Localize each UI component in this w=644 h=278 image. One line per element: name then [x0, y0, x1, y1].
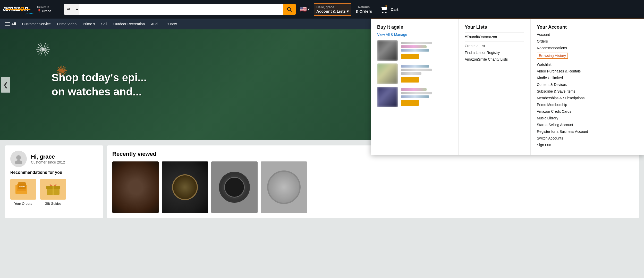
svg-text:amaz: amaz [19, 185, 25, 187]
logo-arrow-decoration [6, 9, 30, 10]
nav-item-outdoor-recreation[interactable]: Outdoor Recreation [110, 19, 148, 29]
hero-prev-button[interactable]: ❮ [1, 77, 10, 93]
svg-point-20 [15, 160, 22, 164]
cart-icon: 3 [378, 4, 389, 15]
buy-again-title: Buy it again [377, 24, 452, 30]
buy-item-2-details [401, 65, 452, 83]
orders-illustration: amaz [14, 182, 32, 197]
your-lists-title: Your Lists [465, 24, 524, 30]
account-arrow-icon: ▾ [347, 9, 349, 14]
rec-item-gift-guides[interactable]: Gift Guides [40, 179, 66, 206]
start-selling-link[interactable]: Start a Selling Account [537, 123, 638, 127]
returns-orders-button[interactable]: Returns & Orders [353, 4, 374, 15]
amazonsmile-link[interactable]: AmazonSmile Charity Lists [465, 57, 524, 61]
recently-viewed-items [112, 161, 634, 213]
search-category-select[interactable]: All [64, 4, 79, 15]
hamburger-icon [5, 22, 10, 26]
create-list-link[interactable]: Create a List [465, 44, 524, 48]
browsing-history-link[interactable]: Browsing History [537, 53, 568, 59]
returns-line2: & Orders [355, 9, 372, 13]
recently-viewed-item-2[interactable] [162, 161, 208, 213]
find-list-link[interactable]: Find a List or Registry [465, 51, 524, 55]
nav-item-all[interactable]: All [2, 19, 19, 29]
sign-out-link[interactable]: Sign Out [537, 143, 638, 147]
nav-all-label: All [11, 22, 16, 26]
nav-item-customer-service[interactable]: Customer Service [19, 19, 54, 29]
user-greeting-text: Hi, grace [31, 153, 65, 160]
search-button[interactable] [283, 4, 296, 15]
flag-icon: 🇺🇸 [300, 6, 307, 13]
buy-item-3-image [377, 87, 398, 107]
rec-title: Recommendations for you [10, 170, 98, 175]
flag-arrow: ▾ [308, 7, 310, 11]
buy-again-item-1[interactable] [377, 40, 452, 61]
nav-item-snow[interactable]: s now [164, 19, 180, 29]
search-bar: All [64, 4, 296, 15]
orders-link[interactable]: Orders [537, 39, 638, 43]
starburst-decoration-1 [36, 42, 50, 56]
avatar-icon [13, 154, 24, 164]
recently-viewed-item-4[interactable] [261, 161, 307, 213]
cart-button[interactable]: 3 Cart [376, 2, 400, 17]
prime-membership-link[interactable]: Prime Membership [537, 103, 638, 107]
deliver-location: 📍 Grace [37, 9, 61, 13]
recommendations-link[interactable]: Recommendations [537, 46, 638, 50]
your-account-title: Your Account [537, 24, 638, 30]
user-since-text: Customer since 2012 [31, 160, 65, 164]
recently-viewed-section: Recently viewed [107, 145, 639, 218]
recently-viewed-item-3[interactable] [211, 161, 258, 213]
rec-item-orders[interactable]: amaz Your Orders [10, 179, 36, 206]
buy-item-2-price [401, 77, 419, 83]
your-lists-column: Your Lists #FoundItOnAmazon Create a Lis… [459, 19, 531, 155]
buy-item-1-price [401, 54, 419, 59]
buy-item-2-image [377, 63, 398, 84]
prime-label: prime [26, 12, 33, 15]
search-input[interactable] [79, 4, 283, 15]
buy-again-column: Buy it again View All & Manage [371, 19, 459, 155]
content-devices-link[interactable]: Content & Devices [537, 83, 638, 87]
rec-item-gift-guides-label: Gift Guides [45, 202, 61, 206]
starburst-decoration-2 [57, 66, 67, 76]
hero-text: Shop today's epi... on watches and... [0, 71, 147, 99]
view-all-manage-link[interactable]: View All & Manage [377, 32, 452, 37]
returns-line1: Returns [355, 5, 372, 9]
svg-point-19 [16, 155, 21, 160]
lists-divider-2 [465, 42, 524, 42]
buy-again-item-3[interactable] [377, 87, 452, 107]
your-account-column: Your Account Account Orders Recommendati… [531, 19, 644, 155]
rec-item-orders-image: amaz [10, 179, 36, 200]
deliver-to[interactable]: Deliver to 📍 Grace [36, 4, 62, 15]
music-library-link[interactable]: Music Library [537, 116, 638, 120]
watchlist-link[interactable]: Watchlist [537, 62, 638, 67]
header: amazon prime Deliver to 📍 Grace All 🇺🇸 ▾… [0, 0, 644, 19]
buy-again-item-2[interactable] [377, 63, 452, 84]
gift-guides-illustration [44, 182, 62, 197]
deliver-label: Deliver to [37, 5, 61, 9]
recently-viewed-item-1[interactable] [112, 161, 159, 213]
rec-item-orders-label: Your Orders [14, 202, 32, 206]
country-selector[interactable]: 🇺🇸 ▾ [298, 4, 312, 14]
nav-item-prime-video[interactable]: Prime Video [54, 19, 80, 29]
subscribe-save-link[interactable]: Subscribe & Save Items [537, 89, 638, 93]
rec-items: amaz Your Orders [10, 179, 98, 206]
memberships-subscriptions-link[interactable]: Memberships & Subscriptions [537, 96, 638, 100]
found-it-on-amazon-link[interactable]: #FoundItOnAmazon [465, 35, 524, 39]
kindle-unlimited-link[interactable]: Kindle Unlimited [537, 76, 638, 80]
svg-point-1 [385, 12, 387, 13]
user-avatar [10, 151, 27, 167]
nav-item-audi[interactable]: Audi... [148, 19, 164, 29]
account-link[interactable]: Account [537, 32, 638, 37]
switch-accounts-link[interactable]: Switch Accounts [537, 136, 638, 140]
buy-again-items-list [377, 40, 452, 107]
nav-item-prime[interactable]: Prime ▾ [80, 19, 98, 29]
nav-item-sell[interactable]: Sell [98, 19, 110, 29]
amazon-logo[interactable]: amazon prime [3, 3, 34, 16]
user-widget: Hi, grace Customer since 2012 Recommenda… [5, 145, 103, 218]
amazon-credit-cards-link[interactable]: Amazon Credit Cards [537, 109, 638, 113]
buy-item-3-price [401, 100, 419, 106]
account-lists-button[interactable]: Hello, grace Account & Lists ▾ [314, 3, 351, 16]
svg-point-0 [382, 12, 384, 13]
lists-divider [465, 32, 524, 33]
video-purchases-link[interactable]: Video Purchases & Rentals [537, 69, 638, 73]
register-business-link[interactable]: Register for a Business Account [537, 129, 638, 134]
